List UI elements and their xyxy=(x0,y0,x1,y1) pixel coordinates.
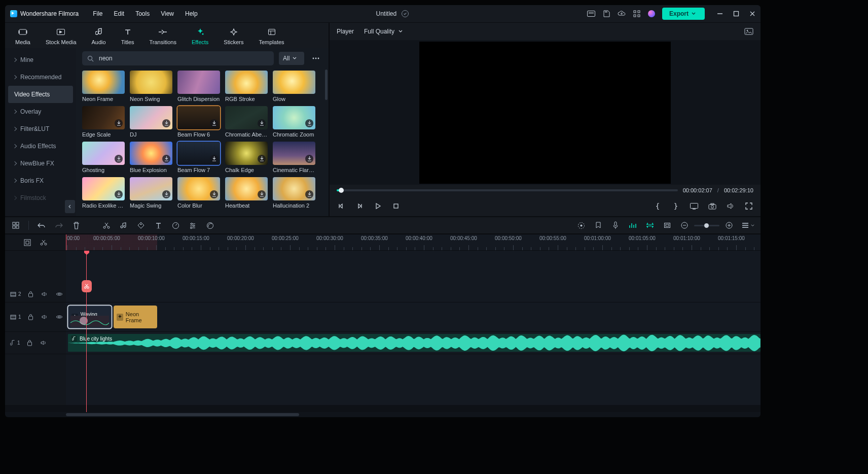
project-title[interactable]: Untitled xyxy=(376,10,396,17)
prev-frame-button[interactable] xyxy=(337,201,346,211)
export-button[interactable]: Export xyxy=(662,8,705,20)
download-icon[interactable] xyxy=(258,155,266,163)
sidebar-item-recommended[interactable]: Recommended xyxy=(5,69,76,86)
crop-icon[interactable] xyxy=(663,221,672,230)
track-body-v1[interactable]: Waving Lin… Neon Frame xyxy=(66,302,761,331)
mute-track-icon[interactable] xyxy=(41,313,50,322)
search-input-wrap[interactable] xyxy=(82,51,274,65)
lock-track-icon[interactable] xyxy=(26,290,35,299)
zoom-slider[interactable] xyxy=(694,225,719,226)
download-icon[interactable] xyxy=(210,190,218,198)
sidebar-item-mine[interactable]: Mine xyxy=(5,51,76,69)
audio-clip-1[interactable]: Blue city lights xyxy=(68,334,761,352)
effect-card[interactable]: Neon Frame xyxy=(82,71,125,102)
account-avatar-icon[interactable] xyxy=(648,10,655,17)
mark-in-icon[interactable]: { xyxy=(653,201,662,211)
search-input[interactable] xyxy=(98,54,269,62)
download-icon[interactable] xyxy=(162,190,170,198)
maximize-button[interactable] xyxy=(733,11,739,17)
effect-card[interactable]: DJ xyxy=(130,106,172,138)
screen-layout-icon[interactable] xyxy=(587,10,595,18)
timeline-hscroll[interactable] xyxy=(5,412,761,417)
tab-stock-media[interactable]: Stock Media xyxy=(46,27,77,48)
download-icon[interactable] xyxy=(115,119,123,127)
browser-scrollbar[interactable] xyxy=(325,70,328,100)
record-voice-icon[interactable] xyxy=(611,221,620,230)
minimize-button[interactable] xyxy=(717,11,723,17)
auto-reframe-icon[interactable] xyxy=(645,221,655,230)
zoom-in-icon[interactable] xyxy=(725,221,734,230)
tab-stickers[interactable]: Stickers xyxy=(224,27,243,48)
close-button[interactable] xyxy=(749,11,755,17)
download-icon[interactable] xyxy=(115,190,123,198)
sidebar-item-newblue[interactable]: NewBlue FX xyxy=(5,155,76,172)
tab-audio[interactable]: Audio xyxy=(92,27,106,48)
effect-card[interactable]: Glitch Dispersion xyxy=(177,71,220,102)
grid-icon[interactable] xyxy=(11,221,20,230)
sidebar-item-overlay[interactable]: Overlay xyxy=(5,103,76,120)
sidebar-collapse-button[interactable] xyxy=(65,200,75,213)
tab-templates[interactable]: Templates xyxy=(259,27,284,48)
effect-card[interactable]: Edge Scale xyxy=(82,106,125,138)
marker-icon[interactable] xyxy=(594,221,603,230)
effect-card[interactable]: Neon Swing xyxy=(130,71,172,102)
fullscreen-icon[interactable] xyxy=(744,201,753,211)
visibility-track-icon[interactable] xyxy=(55,313,64,322)
mark-out-icon[interactable]: } xyxy=(671,201,680,211)
zoom-out-icon[interactable] xyxy=(680,221,689,230)
download-icon[interactable] xyxy=(210,155,218,163)
menu-file[interactable]: File xyxy=(93,10,102,17)
effect-card[interactable]: Chromatic Zoom xyxy=(273,106,315,138)
render-icon[interactable] xyxy=(576,221,586,230)
player-tab[interactable]: Player xyxy=(337,28,354,35)
playhead[interactable] xyxy=(86,251,87,412)
track-body-a1[interactable]: Blue city lights xyxy=(66,332,761,354)
razor-tool-icon[interactable] xyxy=(39,238,48,247)
redo-icon[interactable] xyxy=(54,221,63,230)
sidebar-item-audio-effects[interactable]: Audio Effects xyxy=(5,138,76,155)
color-icon[interactable] xyxy=(205,221,214,230)
track-body-v2[interactable] xyxy=(66,286,761,302)
tab-transitions[interactable]: Transitions xyxy=(150,27,176,48)
preview-image-icon[interactable] xyxy=(744,27,753,36)
view-mode-dropdown[interactable] xyxy=(742,222,754,228)
filter-dropdown[interactable]: All xyxy=(279,52,304,65)
preview-viewport[interactable] xyxy=(419,42,671,184)
menu-tools[interactable]: Tools xyxy=(135,10,150,17)
effect-clip-1[interactable]: Neon Frame xyxy=(114,306,157,328)
cloud-upload-icon[interactable] xyxy=(618,10,626,18)
download-icon[interactable] xyxy=(305,119,313,127)
preview-seek-track[interactable] xyxy=(337,189,678,191)
effect-card[interactable]: Chalk Edge xyxy=(225,142,268,173)
sidebar-item-boris[interactable]: Boris FX xyxy=(5,172,76,189)
effect-card[interactable]: RGB Stroke xyxy=(225,71,268,102)
effect-card[interactable]: Radio Exolike FX xyxy=(82,177,125,209)
download-icon[interactable] xyxy=(305,155,313,163)
effect-card[interactable]: Blue Explosion xyxy=(130,142,172,173)
speed-icon[interactable] xyxy=(171,221,180,230)
effect-card[interactable]: Heartbeat xyxy=(225,177,268,209)
delete-icon[interactable] xyxy=(71,221,81,230)
volume-icon[interactable] xyxy=(726,201,735,211)
tab-titles[interactable]: Titles xyxy=(121,27,134,48)
tag-icon[interactable] xyxy=(136,221,146,230)
download-icon[interactable] xyxy=(162,119,170,127)
effect-card[interactable]: Ghosting xyxy=(82,142,125,173)
audio-mixer-icon[interactable] xyxy=(628,221,637,230)
menu-help[interactable]: Help xyxy=(185,10,198,17)
split-icon[interactable] xyxy=(102,221,111,230)
tab-effects[interactable]: Effects xyxy=(192,27,208,48)
download-icon[interactable] xyxy=(162,155,170,163)
stop-button[interactable] xyxy=(391,201,401,211)
effect-card[interactable]: Magic Swing xyxy=(130,177,172,209)
music-settings-icon[interactable] xyxy=(119,221,128,230)
menu-view[interactable]: View xyxy=(161,10,174,17)
more-options-button[interactable] xyxy=(309,52,322,65)
download-icon[interactable] xyxy=(210,119,218,127)
save-icon[interactable] xyxy=(602,10,610,18)
download-icon[interactable] xyxy=(305,190,313,198)
sliders-icon[interactable] xyxy=(188,221,197,230)
download-icon[interactable] xyxy=(258,190,266,198)
video-clip-1[interactable]: Waving Lin… xyxy=(68,306,112,328)
mute-track-icon[interactable] xyxy=(40,338,49,348)
